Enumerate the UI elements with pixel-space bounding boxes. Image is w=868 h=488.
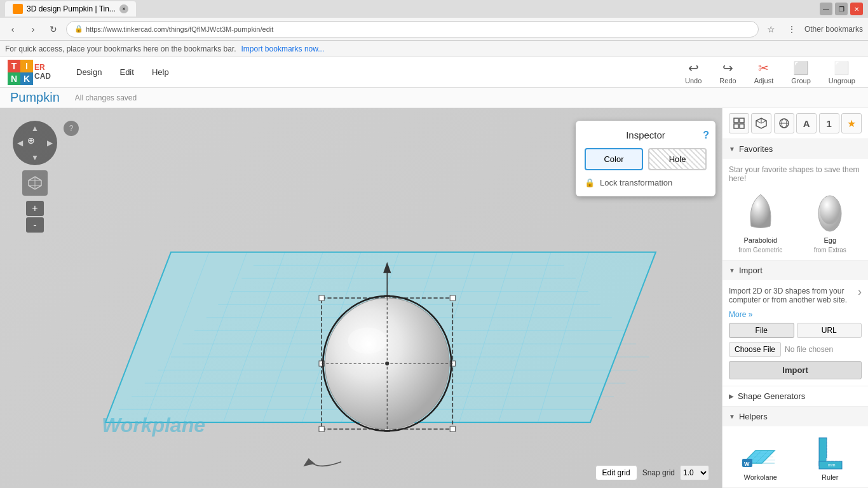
maximize-button[interactable]: ❐ (835, 3, 848, 15)
favorites-star-icon[interactable]: ★ (841, 113, 862, 133)
nav-down-arrow[interactable]: ▼ (27, 151, 42, 165)
back-button[interactable]: ‹ (5, 22, 20, 37)
inspector-options: Color Hole (585, 148, 707, 170)
help-button[interactable]: ? (64, 121, 79, 136)
adjust-icon: ✂ (758, 60, 769, 76)
svg-rect-54 (740, 118, 744, 123)
tab-close-btn[interactable]: × (119, 4, 128, 13)
tinkercad-logo: T I N K ER CAD (8, 60, 51, 85)
color-button[interactable]: Color (585, 148, 643, 170)
helpers-arrow-icon: ▼ (729, 413, 735, 420)
cube-icon[interactable] (751, 113, 771, 133)
snap-grid-select[interactable]: 1.0 0.5 0.25 (680, 465, 709, 480)
import-type-buttons: File URL (729, 323, 862, 338)
ruler-helper-label: Ruler (822, 473, 838, 481)
lock-icon: 🔒 (585, 178, 595, 187)
nav-edit[interactable]: Edit (112, 64, 141, 81)
close-button[interactable]: ✕ (850, 3, 863, 15)
canvas-area[interactable]: Workplane ▲ ◀ ⊕ ▶ ▼ (0, 108, 722, 488)
nav-home-btn[interactable]: ⊕ (27, 135, 42, 150)
favorites-title: Favorites (739, 144, 773, 154)
egg-shape-item[interactable]: Egg from Extras (799, 189, 862, 254)
more-link[interactable]: More » (729, 310, 752, 319)
forward-button[interactable]: › (25, 22, 41, 37)
browser-tab[interactable]: 3D design Pumpkin | Tin... × (5, 1, 136, 17)
url-bar[interactable]: 🔒 https://www.tinkercad.com/things/fQflM… (66, 21, 759, 37)
nav-help[interactable]: Help (144, 64, 177, 81)
import-submit-button[interactable]: Import (729, 361, 862, 379)
svg-line-60 (761, 121, 766, 123)
favorites-arrow-icon: ▼ (729, 146, 735, 152)
lock-label: Lock transformation (600, 178, 672, 187)
zoom-in-button[interactable]: + (26, 201, 44, 216)
paraboloid-shape-item[interactable]: Paraboloid from Geometric (729, 189, 792, 254)
svg-rect-53 (734, 118, 738, 123)
nav-up-arrow[interactable]: ▲ (27, 121, 42, 135)
favorites-header[interactable]: ▼ Favorites (722, 139, 868, 159)
egg-sublabel: from Extras (814, 247, 846, 254)
bookmark-button[interactable]: ☆ (764, 22, 779, 37)
url-tab-button[interactable]: URL (797, 323, 862, 338)
toolbar: ↩ Undo ↪ Redo ✂ Adjust ⬜ Group ⬜ Ungro (680, 58, 860, 87)
egg-thumbnail (808, 189, 852, 234)
zoom-out-button[interactable]: - (26, 217, 44, 233)
adjust-button[interactable]: ✂ Adjust (749, 58, 779, 87)
edit-grid-button[interactable]: Edit grid (595, 465, 637, 480)
cube-view-btn[interactable] (22, 170, 48, 196)
grid-view-icon[interactable] (729, 113, 749, 133)
undo-button[interactable]: ↩ Undo (680, 58, 707, 87)
navigation-circle[interactable]: ▲ ◀ ⊕ ▶ ▼ (13, 121, 57, 165)
project-name[interactable]: Pumpkin (10, 90, 60, 105)
viewport[interactable]: Workplane ▲ ◀ ⊕ ▶ ▼ (0, 108, 722, 488)
svg-rect-38 (450, 426, 455, 431)
import-header[interactable]: ▼ Import (722, 261, 868, 280)
egg-label: Egg (824, 236, 836, 244)
text-icon[interactable]: A (796, 113, 817, 133)
group-button[interactable]: ⬜ Group (786, 58, 816, 87)
import-expand-icon: › (858, 285, 862, 299)
helpers-header[interactable]: ▼ Helpers (722, 407, 868, 426)
svg-text:mm: mm (828, 463, 836, 467)
save-status: All changes saved (75, 93, 137, 102)
nav-right-arrow[interactable]: ▶ (43, 135, 57, 150)
shape-generators-header[interactable]: ▶ Shape Generators (722, 386, 868, 406)
nav-design[interactable]: Design (69, 64, 109, 81)
hole-button[interactable]: Hole (648, 148, 707, 170)
ruler-helper-item[interactable]: mm Ruler (799, 433, 862, 481)
refresh-button[interactable]: ↻ (46, 22, 61, 37)
inspector-help-icon[interactable]: ? (703, 130, 709, 141)
ungroup-button[interactable]: ⬜ Ungroup (824, 58, 860, 87)
logo-t: T (8, 60, 20, 72)
svg-rect-31 (319, 295, 324, 301)
logo-k: K (20, 72, 33, 85)
ruler-helper-thumbnail: mm (808, 433, 852, 471)
import-section: ▼ Import Import 2D or 3D shapes from you… (722, 261, 868, 386)
extensions-button[interactable]: ⋮ (784, 22, 799, 37)
lock-transformation-row[interactable]: 🔒 Lock transformation (585, 178, 707, 187)
svg-rect-33 (450, 295, 455, 301)
shape-gen-arrow-icon: ▶ (729, 393, 734, 400)
undo-icon: ↩ (688, 60, 699, 76)
file-tab-button[interactable]: File (729, 323, 794, 338)
main-area: Workplane ▲ ◀ ⊕ ▶ ▼ (0, 108, 868, 488)
import-title: Import (739, 266, 763, 275)
choose-file-button[interactable]: Choose File (729, 342, 781, 357)
number-icon[interactable]: 1 (819, 113, 839, 133)
no-file-text: No file chosen (785, 345, 833, 354)
import-bookmarks-link[interactable]: Import bookmarks now... (241, 44, 325, 53)
logo-n: N (8, 72, 20, 85)
helpers-title: Helpers (739, 412, 768, 421)
minimize-button[interactable]: — (820, 3, 832, 15)
nav-left-arrow[interactable]: ◀ (13, 135, 27, 150)
navigator-widget: ▲ ◀ ⊕ ▶ ▼ (13, 121, 57, 233)
window-controls: — ❐ ✕ (820, 3, 863, 15)
redo-button[interactable]: ↪ Redo (714, 58, 741, 87)
url-text: https://www.tinkercad.com/things/fQflMJW… (86, 25, 273, 33)
import-content: Import 2D or 3D shapes from your compute… (722, 280, 868, 386)
nav-arrows: ▲ ◀ ⊕ ▶ ▼ (13, 121, 57, 165)
group-icon: ⬜ (793, 60, 809, 76)
workplane-helper-item[interactable]: W Workolane (729, 433, 792, 481)
sphere-icon[interactable] (774, 113, 794, 133)
svg-rect-55 (734, 124, 738, 128)
inspector-title: Inspector (585, 130, 707, 140)
